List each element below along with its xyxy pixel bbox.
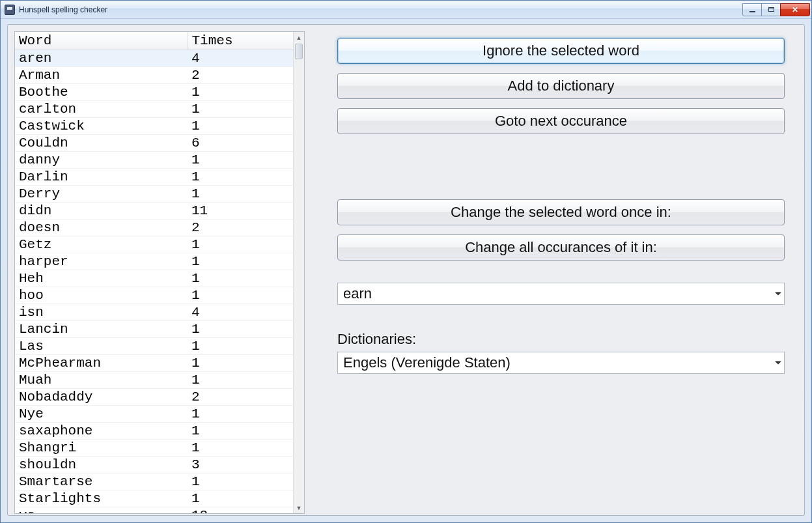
cell-times: 11 [188, 203, 293, 219]
words-table[interactable]: Word Times aren4Arman2Boothe1carlton1Cas… [15, 32, 293, 513]
cell-times: 2 [188, 67, 293, 84]
table-row[interactable]: doesn2 [15, 219, 293, 236]
ignore-button[interactable]: Ignore the selected word [337, 38, 785, 64]
cell-word: Heh [15, 270, 188, 287]
cell-times: 1 [188, 118, 293, 135]
cell-times: 6 [188, 135, 293, 152]
change-once-button[interactable]: Change the selected word once in: [337, 199, 785, 225]
cell-times: 1 [188, 372, 293, 389]
table-row[interactable]: Starlights1 [15, 490, 293, 507]
cell-word: hoo [15, 287, 188, 304]
cell-word: harper [15, 253, 188, 270]
table-row[interactable]: Castwick1 [15, 118, 293, 135]
chevron-down-icon [775, 292, 781, 296]
table-row[interactable]: Boothe1 [15, 84, 293, 101]
titlebar[interactable]: Hunspell spelling checker ✕ [1, 1, 811, 19]
words-table-panel: Word Times aren4Arman2Boothe1carlton1Cas… [14, 31, 305, 514]
scroll-thumb[interactable] [295, 44, 303, 59]
cell-word: Nobadaddy [15, 389, 188, 406]
table-row[interactable]: carlton1 [15, 101, 293, 118]
chevron-down-icon [775, 361, 781, 365]
cell-word: isn [15, 304, 188, 321]
cell-times: 1 [188, 321, 293, 338]
table-row[interactable]: shouldn3 [15, 457, 293, 474]
cell-times: 2 [188, 219, 293, 236]
change-once-button-label: Change the selected word once in: [451, 204, 671, 221]
cell-times: 1 [188, 186, 293, 203]
cell-word: Nye [15, 406, 188, 423]
cell-times: 1 [188, 287, 293, 304]
suggestion-combo[interactable]: earn [337, 283, 785, 305]
cell-times: 1 [188, 423, 293, 440]
suggestion-value: earn [343, 285, 372, 302]
table-row[interactable]: Shangri1 [15, 440, 293, 457]
table-row[interactable]: Darlin1 [15, 169, 293, 186]
table-row[interactable]: Muah1 [15, 372, 293, 389]
cell-times: 1 [188, 169, 293, 186]
dictionaries-label: Dictionaries: [337, 331, 785, 348]
table-row[interactable]: Heh1 [15, 270, 293, 287]
table-row[interactable]: didn11 [15, 203, 293, 219]
cell-word: Boothe [15, 84, 188, 101]
cell-times: 1 [188, 406, 293, 423]
words-table-scroll[interactable]: Word Times aren4Arman2Boothe1carlton1Cas… [15, 32, 293, 513]
cell-times: 3 [188, 457, 293, 474]
minimize-icon [749, 11, 755, 12]
cell-times: 2 [188, 389, 293, 406]
col-header-times[interactable]: Times [188, 32, 293, 50]
table-row[interactable]: danny1 [15, 152, 293, 169]
cell-times: 1 [188, 101, 293, 118]
goto-next-button-label: Goto next occurance [495, 113, 627, 130]
cell-times: 4 [188, 50, 293, 67]
dictionaries-combo[interactable]: Engels (Verenigde Staten) [337, 352, 785, 374]
maximize-button[interactable] [761, 3, 781, 16]
cell-times: 1 [188, 490, 293, 507]
cell-word: Starlights [15, 490, 188, 507]
cell-times: 1 [188, 474, 293, 490]
cell-word: Lancin [15, 321, 188, 338]
table-row[interactable]: Derry1 [15, 186, 293, 203]
cell-times: 1 [188, 152, 293, 169]
cell-word: Arman [15, 67, 188, 84]
table-row[interactable]: McPhearman1 [15, 355, 293, 372]
table-row[interactable]: harper1 [15, 253, 293, 270]
maximize-icon [768, 7, 774, 12]
table-row[interactable]: hoo1 [15, 287, 293, 304]
scroll-up-arrow-icon[interactable]: ▲ [294, 32, 304, 43]
cell-word: carlton [15, 101, 188, 118]
app-icon [5, 5, 15, 15]
vertical-scrollbar[interactable]: ▲ ▼ [293, 32, 304, 513]
col-header-word[interactable]: Word [15, 32, 188, 50]
cell-word: Getz [15, 236, 188, 253]
app-window: Hunspell spelling checker ✕ Word Times a… [0, 0, 812, 523]
close-button[interactable]: ✕ [780, 3, 810, 16]
minimize-button[interactable] [742, 3, 762, 16]
table-row[interactable]: saxaphone1 [15, 423, 293, 440]
cell-word: ve [15, 507, 188, 514]
cell-word: McPhearman [15, 355, 188, 372]
table-row[interactable]: Smartarse1 [15, 474, 293, 490]
change-all-button-label: Change all occurances of it in: [465, 239, 657, 256]
cell-word: Darlin [15, 169, 188, 186]
cell-times: 4 [188, 304, 293, 321]
table-row[interactable]: Couldn6 [15, 135, 293, 152]
cell-word: shouldn [15, 457, 188, 474]
scroll-down-arrow-icon[interactable]: ▼ [294, 502, 304, 513]
table-row[interactable]: Nobadaddy2 [15, 389, 293, 406]
cell-word: aren [15, 50, 188, 67]
add-dictionary-button-label: Add to dictionary [508, 78, 615, 94]
table-row[interactable]: aren4 [15, 50, 293, 67]
client-area: Word Times aren4Arman2Boothe1carlton1Cas… [7, 24, 805, 516]
table-row[interactable]: Nye1 [15, 406, 293, 423]
change-all-button[interactable]: Change all occurances of it in: [337, 234, 785, 261]
table-row[interactable]: ve12 [15, 507, 293, 514]
table-row[interactable]: Las1 [15, 338, 293, 355]
close-icon: ✕ [792, 5, 798, 14]
add-dictionary-button[interactable]: Add to dictionary [337, 73, 785, 99]
table-row[interactable]: Lancin1 [15, 321, 293, 338]
cell-times: 1 [188, 440, 293, 457]
table-row[interactable]: Arman2 [15, 67, 293, 84]
goto-next-button[interactable]: Goto next occurance [337, 108, 785, 134]
table-row[interactable]: Getz1 [15, 236, 293, 253]
table-row[interactable]: isn4 [15, 304, 293, 321]
